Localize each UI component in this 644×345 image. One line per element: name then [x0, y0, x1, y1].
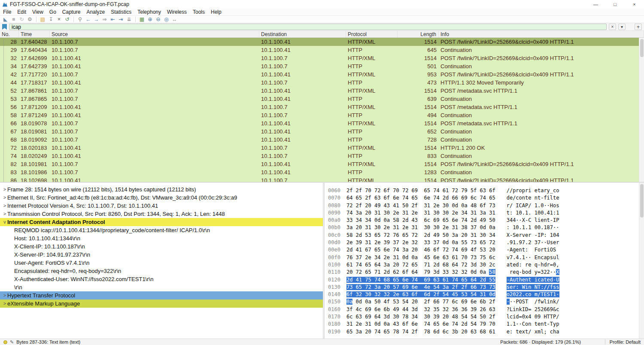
go-first-icon[interactable]: ⇤: [109, 16, 116, 23]
expand-arrow-icon[interactable]: >: [2, 300, 7, 308]
auto-scroll-icon[interactable]: ⇊: [125, 16, 133, 23]
packet-row[interactable]: 5317.86786510.1.100.710.1.100.41HTTP639C…: [0, 95, 644, 103]
expand-arrow-icon[interactable]: >: [2, 291, 7, 300]
menu-capture[interactable]: Capture: [59, 9, 84, 15]
status-profile[interactable]: Profile: Default: [605, 339, 641, 345]
packet-row[interactable]: 6718.01908110.1.100.710.1.100.41HTTP652C…: [0, 127, 644, 136]
stop-capture-icon[interactable]: ■: [10, 16, 17, 23]
hex-row[interactable]: 01406f 32 30 32 32 2e 63 6f 6d 2f 54 45 …: [328, 291, 639, 298]
packet-row[interactable]: 8618.10269810.1.100.4110.1.100.7HTTP/XML…: [0, 176, 644, 182]
expand-arrow-icon[interactable]: >: [2, 202, 7, 210]
detail-row[interactable]: X-Authenticated-User: WinNT://fsso2022.c…: [0, 275, 323, 283]
hex-row[interactable]: 018031 2e 31 0d 0a 43 6f 6e 74 65 6e 74 …: [328, 321, 639, 328]
expand-arrow-icon[interactable]: >: [2, 210, 7, 218]
detail-row[interactable]: >Transmission Control Protocol, Src Port…: [0, 210, 323, 218]
menu-help[interactable]: Help: [208, 9, 225, 15]
hex-row[interactable]: 00f076 37 2e 34 2e 31 0d 0a 45 6e 63 61 …: [328, 254, 639, 261]
packet-row[interactable]: 2917.64043410.1.100.710.1.100.41HTTP645C…: [0, 46, 644, 54]
filter-add-button[interactable]: +: [635, 24, 642, 30]
packet-row[interactable]: 7218.02018310.1.100.4110.1.100.7HTTP/XML…: [0, 144, 644, 152]
packet-row[interactable]: 3217.64269910.1.100.4110.1.100.7HTTP/XML…: [0, 54, 644, 62]
hex-row[interactable]: 01202d 41 75 74 68 65 6e 74 69 63 61 74 …: [328, 276, 639, 284]
colorize-icon[interactable]: ▦: [138, 16, 146, 23]
detail-row[interactable]: >Frame 28: 1514 bytes on wire (12112 bit…: [0, 185, 323, 194]
column-header-destination[interactable]: Destination: [259, 31, 346, 37]
expand-arrow-icon[interactable]: >: [2, 194, 7, 202]
resize-columns-icon[interactable]: ↔: [171, 16, 178, 23]
filter-clear-icon[interactable]: ×: [609, 24, 616, 30]
column-header-length[interactable]: Length: [398, 31, 439, 37]
lower-pane-scrollbar[interactable]: [639, 183, 644, 339]
packet-row[interactable]: 3417.64273910.1.100.4110.1.100.7HTTP501C…: [0, 62, 644, 70]
hex-row[interactable]: 019065 3a 20 74 65 78 74 2f 78 6d 6c 3b …: [328, 328, 639, 336]
find-packet-icon[interactable]: ⚲: [76, 16, 84, 23]
expand-arrow-icon[interactable]: v: [2, 218, 7, 226]
column-header-source[interactable]: Source: [50, 31, 259, 37]
go-last-icon[interactable]: ⇥: [117, 16, 125, 23]
maximize-button[interactable]: □: [605, 0, 625, 9]
packet-row[interactable]: 4417.71831710.1.100.4110.1.100.7HTTP473H…: [0, 79, 644, 87]
expand-arrow-icon[interactable]: >: [2, 185, 7, 194]
hex-row[interactable]: 00d02e 39 31 2e 39 37 2e 32 33 37 0d 0a …: [328, 239, 639, 246]
packet-row[interactable]: 5217.86786110.1.100.710.1.100.41HTTP/XML…: [0, 87, 644, 95]
detail-row[interactable]: >Internet Protocol Version 4, Src: 10.1.…: [0, 202, 323, 210]
hex-row[interactable]: 01500a 0d 0a 50 4f 53 54 20 2f 66 77 6c …: [328, 298, 639, 306]
hex-row[interactable]: 010061 74 65 64 3a 20 72 65 71 2d 68 64 …: [328, 261, 639, 269]
hex-row[interactable]: 00602f 2f 70 72 6f 70 72 69 65 74 61 72 …: [328, 187, 639, 194]
hex-row[interactable]: 01603f 4c 69 6e 6b 49 44 3d 32 35 32 36 …: [328, 306, 639, 313]
detail-row[interactable]: >eXtensible Markup Language: [0, 300, 323, 308]
display-filter-input[interactable]: icap: [9, 24, 607, 30]
detail-row[interactable]: vInternet Content Adaptation Protocol: [0, 218, 323, 226]
detail-row[interactable]: Host: 10.1.100.41:1344\r\n: [0, 234, 323, 242]
packet-row[interactable]: 8218.10198110.1.100.710.1.100.41HTTP/XML…: [0, 160, 644, 168]
packet-list-scrollbar-thumb[interactable]: [640, 39, 644, 57]
hex-row[interactable]: 00e02d 41 67 65 6e 74 3a 20 46 6f 72 74 …: [328, 246, 639, 254]
detail-row[interactable]: X-Client-IP: 10.1.100.187\r\n: [0, 242, 323, 251]
go-forward-icon[interactable]: →: [93, 16, 100, 23]
menu-file[interactable]: File: [0, 9, 14, 15]
menu-tools[interactable]: Tools: [190, 9, 208, 15]
packet-row[interactable]: 4217.71772010.1.100.710.1.100.41HTTP/XML…: [0, 70, 644, 79]
filter-bookmark-icon[interactable]: [2, 24, 7, 30]
detail-row[interactable]: X-Server-IP: 104.91.97.237\r\n: [0, 251, 323, 259]
menu-wireless[interactable]: Wireless: [164, 9, 190, 15]
go-back-icon[interactable]: ←: [85, 16, 92, 23]
column-header-time[interactable]: Time: [19, 31, 50, 37]
hex-row[interactable]: 01706c 63 69 64 3d 30 78 34 30 39 20 48 …: [328, 313, 639, 321]
column-header-protocol[interactable]: Protocol: [346, 31, 398, 37]
open-file-icon[interactable]: ▤: [39, 16, 46, 23]
hex-row[interactable]: 00c058 2d 53 65 72 76 65 72 2d 49 50 3a …: [328, 232, 639, 239]
detail-row[interactable]: >Ethernet II, Src: Fortinet_ad:4c:fb (e8…: [0, 194, 323, 202]
detail-row[interactable]: \r\n: [0, 283, 323, 291]
packet-row[interactable]: 6818.01909210.1.100.710.1.100.41HTTP728C…: [0, 136, 644, 144]
hex-row[interactable]: 00b03a 20 31 30 2e 31 2e 31 30 30 2e 31 …: [328, 224, 639, 231]
detail-row[interactable]: User-Agent: FortiOS v7.4.1\r\n: [0, 259, 323, 267]
detail-row[interactable]: >Hypertext Transfer Protocol: [0, 291, 323, 300]
menu-edit[interactable]: Edit: [14, 9, 29, 15]
capture-options-icon[interactable]: ⚙: [26, 16, 33, 23]
expert-info-icon[interactable]: [3, 340, 7, 344]
restart-capture-icon[interactable]: ↻: [18, 16, 25, 23]
hex-row[interactable]: 007064 65 2f 63 6f 6e 74 65 6e 74 2d 66 …: [328, 194, 639, 202]
detail-row[interactable]: Encapsulated: req-hdr=0, req-body=322\r\…: [0, 267, 323, 275]
column-header-no[interactable]: No.: [0, 31, 19, 37]
packet-row[interactable]: 6618.01907810.1.100.710.1.100.41HTTP/XML…: [0, 119, 644, 127]
packet-row[interactable]: 2817.64042810.1.100.710.1.100.41HTTP/XML…: [0, 38, 644, 46]
menu-analyze[interactable]: Analyze: [84, 9, 108, 15]
packet-row[interactable]: 7418.02024910.1.100.4110.1.100.7HTTP833C…: [0, 152, 644, 160]
packet-list-scrollbar[interactable]: [639, 38, 644, 182]
capture-comment-icon[interactable]: ✎: [10, 339, 14, 345]
menu-telephony[interactable]: Telephony: [134, 9, 164, 15]
column-header-info[interactable]: Info: [439, 31, 644, 37]
lower-pane-scrollbar-thumb[interactable]: [640, 184, 644, 218]
zoom-in-icon[interactable]: ⊕: [146, 16, 154, 23]
hex-row[interactable]: 011020 72 65 71 2d 62 6f 64 79 3d 33 32 …: [328, 269, 639, 276]
hex-row[interactable]: 008072 2f 20 49 43 41 50 2f 31 2e 30 0d …: [328, 202, 639, 209]
hex-row[interactable]: 00a033 34 34 0d 0a 58 2d 43 6c 69 65 6e …: [328, 217, 639, 224]
minimize-button[interactable]: —: [586, 0, 605, 9]
menu-statistics[interactable]: Statistics: [108, 9, 134, 15]
filter-dropdown-icon[interactable]: ▾: [618, 24, 626, 30]
packet-row[interactable]: 5617.87120910.1.100.4110.1.100.7HTTP/XML…: [0, 103, 644, 111]
reload-file-icon[interactable]: ↺: [64, 16, 71, 23]
packet-row[interactable]: 8318.10198610.1.100.710.1.100.41HTTP1283…: [0, 168, 644, 176]
